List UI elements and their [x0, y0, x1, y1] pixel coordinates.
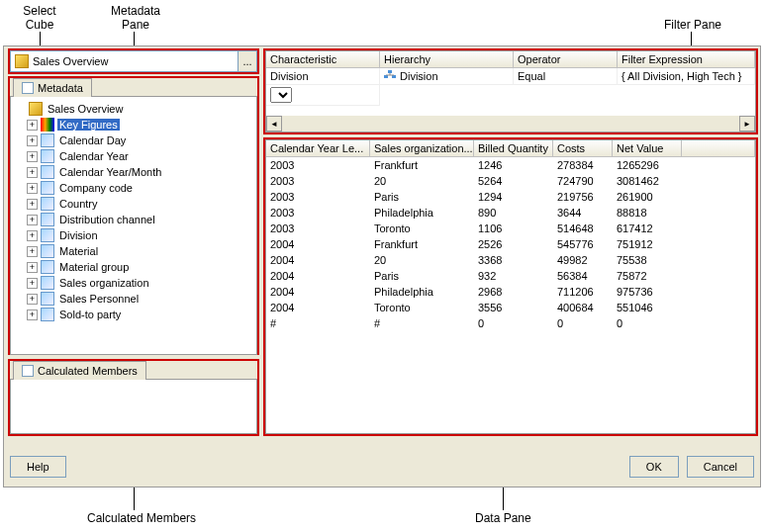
- table-row[interactable]: 2003Philadelphia890364488818: [266, 205, 755, 221]
- tree-expander[interactable]: +: [27, 120, 38, 131]
- tree-item[interactable]: +Company code: [15, 180, 252, 196]
- callout-metadata-pane: Metadata Pane: [106, 4, 165, 32]
- filter-header[interactable]: Operator: [514, 51, 618, 67]
- table-cell: 75538: [613, 252, 682, 268]
- callout-filter-pane: Filter Pane: [658, 18, 727, 32]
- cube-selector[interactable]: Sales Overview: [10, 50, 257, 72]
- data-header[interactable]: Calendar Year Le...: [266, 140, 370, 157]
- dimension-icon: [41, 197, 54, 211]
- table-cell: 2004: [266, 284, 370, 300]
- dimension-icon: [41, 213, 54, 226]
- table-cell: 711206: [553, 284, 613, 300]
- tree-item[interactable]: +Key Figures: [15, 117, 252, 133]
- table-cell: 551046: [613, 300, 682, 315]
- filter-header[interactable]: Filter Expression: [618, 51, 755, 67]
- tree-expander[interactable]: +: [27, 278, 38, 289]
- filter-row[interactable]: DivisionDivisionEqual{ All Division, Hig…: [266, 68, 755, 85]
- tree-expander[interactable]: +: [27, 135, 38, 146]
- table-cell: 0: [553, 315, 613, 331]
- cube-browse-button[interactable]: ...: [238, 50, 257, 72]
- table-cell: 2003: [266, 205, 370, 221]
- tree-item[interactable]: +Calendar Year/Month: [15, 164, 252, 180]
- cube-name: Sales Overview: [33, 55, 108, 67]
- tree-expander[interactable]: +: [27, 246, 38, 257]
- filter-header[interactable]: Hierarchy: [380, 51, 514, 67]
- tree-item[interactable]: +Calendar Day: [15, 133, 252, 148]
- tree-item[interactable]: +Distribution channel: [15, 212, 252, 227]
- data-header[interactable]: Net Value: [613, 140, 682, 157]
- filter-characteristic[interactable]: [266, 85, 380, 106]
- filter-header[interactable]: Characteristic: [266, 51, 380, 67]
- metadata-tree[interactable]: Sales Overview+Key Figures+Calendar Day+…: [11, 97, 256, 354]
- tree-expander[interactable]: +: [27, 230, 38, 241]
- table-cell: 3368: [474, 252, 553, 268]
- filter-hierarchy-cell[interactable]: Division: [380, 68, 514, 85]
- table-row[interactable]: 2003Toronto1106514648617412: [266, 221, 755, 236]
- table-cell: Frankfurt: [370, 236, 474, 252]
- callout-calc-members: Calculated Members: [87, 511, 196, 525]
- calc-members-tab-label: Calculated Members: [38, 365, 138, 377]
- tree-expander[interactable]: +: [27, 215, 38, 225]
- data-header[interactable]: Sales organization...: [370, 140, 474, 157]
- table-row[interactable]: 2003Paris1294219756261900: [266, 189, 755, 205]
- callout-select-cube: Select Cube: [18, 4, 61, 32]
- filter-operator[interactable]: Equal: [514, 68, 618, 85]
- table-cell: Toronto: [370, 300, 474, 315]
- tree-expander[interactable]: +: [27, 262, 38, 273]
- table-row[interactable]: 2004Paris9325638475872: [266, 268, 755, 284]
- table-cell: 1294: [474, 189, 553, 205]
- table-cell: 20: [370, 252, 474, 268]
- table-cell: 20: [370, 173, 474, 189]
- scroll-left-button[interactable]: ◄: [266, 116, 282, 132]
- tree-expander[interactable]: +: [27, 199, 38, 210]
- filter-scrollbar[interactable]: ◄ ►: [266, 116, 755, 132]
- tree-item[interactable]: +Sales Personnel: [15, 291, 252, 307]
- calc-members-tab[interactable]: Calculated Members: [13, 361, 146, 380]
- table-row[interactable]: 20042033684998275538: [266, 252, 755, 268]
- table-cell: #: [370, 315, 474, 331]
- tree-item[interactable]: +Division: [15, 227, 252, 243]
- dimension-icon: [41, 244, 54, 258]
- data-header-row: Calendar Year Le... Sales organization..…: [266, 140, 755, 157]
- tree-item[interactable]: +Sold-to party: [15, 307, 252, 322]
- metadata-tab[interactable]: Metadata: [13, 78, 92, 97]
- tree-expander[interactable]: +: [27, 167, 38, 178]
- table-cell: 617412: [613, 221, 682, 236]
- tree-item[interactable]: +Material group: [15, 259, 252, 275]
- table-cell: 1106: [474, 221, 553, 236]
- tree-item-label: Calendar Day: [57, 134, 128, 146]
- table-row[interactable]: 2004Frankfurt2526545776751912: [266, 236, 755, 252]
- filter-expression[interactable]: { All Division, High Tech }: [618, 68, 755, 85]
- help-button[interactable]: Help: [10, 456, 66, 478]
- table-cell: 3644: [553, 205, 613, 221]
- data-header[interactable]: Costs: [553, 140, 613, 157]
- table-row[interactable]: 20032052647247903081462: [266, 173, 755, 189]
- tree-item-label: Calendar Year/Month: [57, 166, 163, 178]
- table-row[interactable]: 2004Toronto3556400684551046: [266, 300, 755, 315]
- tree-item[interactable]: +Sales organization: [15, 275, 252, 291]
- table-row[interactable]: ##000: [266, 315, 755, 331]
- tree-root[interactable]: Sales Overview: [15, 101, 252, 117]
- calc-members-tab-icon: [22, 365, 34, 377]
- data-pane: Calendar Year Le... Sales organization..…: [265, 139, 756, 434]
- tree-item-label: Sales Personnel: [57, 293, 141, 305]
- tree-item[interactable]: +Material: [15, 243, 252, 259]
- tree-item[interactable]: +Country: [15, 196, 252, 212]
- tree-expander[interactable]: +: [27, 151, 38, 162]
- scroll-right-button[interactable]: ►: [739, 116, 755, 132]
- filter-row[interactable]: [266, 85, 755, 106]
- metadata-tab-icon: [22, 82, 34, 94]
- tree-expander[interactable]: +: [27, 310, 38, 320]
- tree-expander[interactable]: +: [27, 183, 38, 194]
- ok-button[interactable]: OK: [629, 456, 679, 478]
- cancel-button[interactable]: Cancel: [687, 456, 754, 478]
- filter-header-row: Characteristic Hierarchy Operator Filter…: [266, 51, 755, 68]
- table-cell: 2003: [266, 189, 370, 205]
- filter-characteristic[interactable]: Division: [266, 68, 380, 85]
- tree-item-label: Distribution channel: [57, 214, 157, 225]
- tree-expander[interactable]: +: [27, 294, 38, 305]
- data-header[interactable]: Billed Quantity: [474, 140, 553, 157]
- table-row[interactable]: 2004Philadelphia2968711206975736: [266, 284, 755, 300]
- tree-item[interactable]: +Calendar Year: [15, 148, 252, 164]
- table-row[interactable]: 2003Frankfurt12462783841265296: [266, 157, 755, 173]
